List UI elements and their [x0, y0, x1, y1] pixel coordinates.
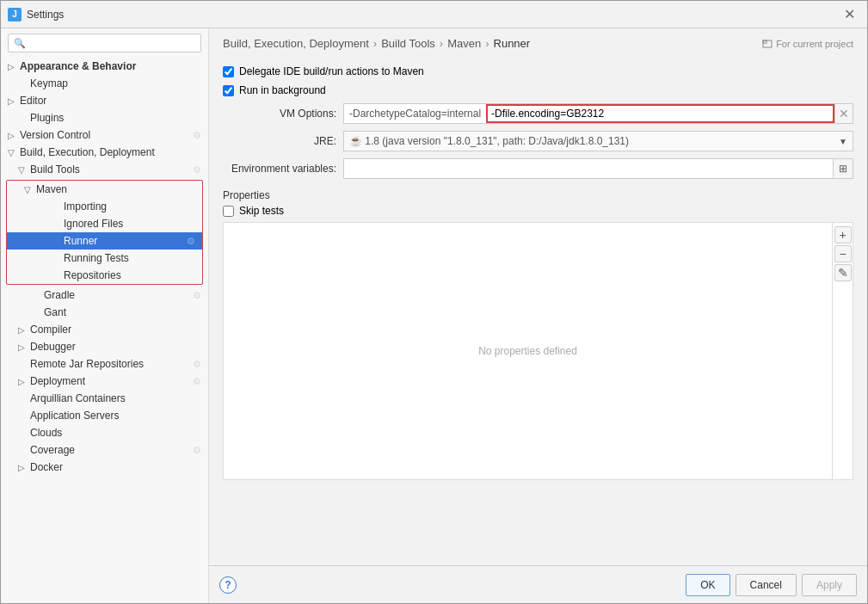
- expand-icon: ▷: [18, 377, 30, 386]
- run-in-background-checkbox[interactable]: [223, 85, 234, 96]
- sidebar-item-version-control[interactable]: ▷ Version Control ⚙: [1, 126, 208, 144]
- remove-property-button[interactable]: −: [834, 245, 852, 262]
- settings-window: J Settings ✕ 🔍 ▷ Appearance & Behavior K…: [0, 0, 868, 604]
- skip-tests-checkbox[interactable]: [223, 206, 234, 217]
- add-property-button[interactable]: +: [834, 226, 852, 243]
- spacer: [32, 308, 44, 317]
- ok-button[interactable]: OK: [686, 574, 729, 596]
- sidebar-label: Importing: [64, 200, 107, 213]
- sidebar-item-clouds[interactable]: Clouds: [1, 424, 208, 441]
- sidebar-label: Coverage: [30, 444, 75, 456]
- settings-content: Delegate IDE build/run actions to Maven …: [209, 57, 867, 565]
- delegate-checkbox-row: Delegate IDE build/run actions to Maven: [223, 65, 853, 77]
- vm-options-row: VM Options: -DarchetypeCatalog=internal …: [223, 103, 853, 124]
- search-input[interactable]: [29, 37, 195, 49]
- sidebar-item-ignored-files[interactable]: Ignored Files: [7, 215, 202, 232]
- expand-icon: ▷: [8, 62, 20, 71]
- env-vars-row: Environment variables: ⊞: [223, 158, 853, 179]
- search-icon: 🔍: [14, 38, 26, 49]
- sidebar-item-build-execution[interactable]: ▽ Build, Execution, Deployment: [1, 144, 208, 161]
- sidebar-item-editor[interactable]: ▷ Editor: [1, 92, 208, 109]
- vm-options-clear-button[interactable]: ✕: [834, 104, 853, 123]
- sidebar-item-build-tools[interactable]: ▽ Build Tools ⚙: [1, 161, 208, 178]
- env-vars-container: ⊞: [343, 158, 853, 179]
- sidebar-item-maven[interactable]: ▽ Maven: [7, 181, 202, 198]
- window-title: Settings: [27, 9, 839, 21]
- jre-value: ☕ 1.8 (java version "1.8.0_131", path: D…: [349, 135, 629, 147]
- breadcrumb-sep: ›: [485, 37, 489, 50]
- properties-toolbar: + − ✎: [832, 223, 853, 479]
- sidebar-label: Arquillian Containers: [30, 392, 126, 404]
- gear-icon: ⚙: [193, 376, 201, 387]
- sidebar: 🔍 ▷ Appearance & Behavior Keymap ▷ Edito…: [1, 28, 209, 603]
- breadcrumb: Build, Execution, Deployment › Build Too…: [209, 28, 867, 57]
- env-vars-label: Environment variables:: [223, 163, 343, 175]
- env-vars-input[interactable]: [344, 163, 833, 175]
- vm-options-right-container: [486, 104, 834, 123]
- vm-options-left-value: -DarchetypeCatalog=internal: [344, 108, 486, 120]
- sidebar-item-repositories[interactable]: Repositories: [7, 267, 202, 284]
- sidebar-item-running-tests[interactable]: Running Tests: [7, 250, 202, 267]
- expand-icon: ▽: [8, 148, 20, 157]
- sidebar-label: Running Tests: [64, 252, 129, 264]
- sidebar-label: Maven: [36, 183, 67, 195]
- delegate-checkbox[interactable]: [223, 66, 234, 77]
- expand-icon: ▷: [18, 463, 30, 472]
- jre-row: JRE: ☕ 1.8 (java version "1.8.0_131", pa…: [223, 131, 853, 151]
- sidebar-item-importing[interactable]: Importing: [7, 198, 202, 215]
- sidebar-item-remote-jar[interactable]: Remote Jar Repositories ⚙: [1, 355, 208, 373]
- sidebar-label: Ignored Files: [64, 218, 123, 230]
- run-in-background-label[interactable]: Run in background: [239, 84, 326, 96]
- skip-tests-label[interactable]: Skip tests: [239, 205, 284, 217]
- skip-tests-row: Skip tests: [223, 205, 853, 217]
- sidebar-item-arquillian[interactable]: Arquillian Containers: [1, 390, 208, 407]
- env-vars-browse-button[interactable]: ⊞: [833, 159, 853, 178]
- expand-icon: ▽: [24, 185, 36, 194]
- sidebar-item-plugins[interactable]: Plugins: [1, 109, 208, 126]
- sidebar-item-runner[interactable]: Runner ⚙: [7, 232, 202, 250]
- for-current-project: For current project: [762, 39, 853, 49]
- sidebar-item-gradle[interactable]: Gradle ⚙: [1, 287, 208, 304]
- expand-icon: ▷: [18, 342, 30, 352]
- cancel-button[interactable]: Cancel: [736, 574, 797, 596]
- jre-label: JRE:: [223, 135, 343, 147]
- run-in-background-row: Run in background: [223, 84, 853, 96]
- sidebar-label: Docker: [30, 461, 63, 473]
- sidebar-label: Repositories: [64, 269, 121, 281]
- sidebar-item-keymap[interactable]: Keymap: [1, 75, 208, 92]
- sidebar-item-coverage[interactable]: Coverage ⚙: [1, 441, 208, 459]
- sidebar-item-compiler[interactable]: ▷ Compiler: [1, 321, 208, 338]
- sidebar-item-docker[interactable]: ▷ Docker: [1, 459, 208, 476]
- sidebar-item-deployment[interactable]: ▷ Deployment ⚙: [1, 373, 208, 390]
- sidebar-item-appearance[interactable]: ▷ Appearance & Behavior: [1, 58, 208, 75]
- sidebar-item-debugger[interactable]: ▷ Debugger: [1, 338, 208, 355]
- breadcrumb-part1: Build, Execution, Deployment: [223, 37, 369, 50]
- sidebar-label: Remote Jar Repositories: [30, 358, 144, 370]
- gear-icon: ⚙: [193, 359, 201, 370]
- breadcrumb-sep: ›: [440, 37, 443, 50]
- vm-options-label: VM Options:: [223, 108, 343, 120]
- properties-empty-message: No properties defined: [224, 223, 832, 479]
- breadcrumb-sep: ›: [373, 37, 377, 50]
- spacer: [18, 446, 30, 455]
- edit-property-button[interactable]: ✎: [834, 264, 852, 281]
- sidebar-item-app-servers[interactable]: Application Servers: [1, 407, 208, 424]
- sidebar-label: Clouds: [30, 427, 62, 439]
- close-button[interactable]: ✕: [839, 6, 860, 23]
- spacer: [52, 219, 64, 229]
- delegate-label[interactable]: Delegate IDE build/run actions to Maven: [239, 65, 424, 77]
- vm-options-right-input[interactable]: [488, 108, 833, 120]
- sidebar-label: Runner: [64, 235, 97, 247]
- sidebar-item-gant[interactable]: Gant: [1, 304, 208, 321]
- sidebar-label: Keymap: [30, 77, 68, 89]
- jre-dropdown[interactable]: ☕ 1.8 (java version "1.8.0_131", path: D…: [343, 131, 853, 151]
- gear-icon: ⚙: [193, 290, 201, 301]
- sidebar-label: Application Servers: [30, 410, 119, 422]
- spacer: [18, 411, 30, 421]
- sidebar-label: Debugger: [30, 341, 76, 353]
- search-box[interactable]: 🔍: [8, 34, 201, 52]
- expand-icon: ▽: [18, 165, 30, 175]
- apply-button[interactable]: Apply: [802, 574, 857, 596]
- expand-icon: ▷: [18, 325, 30, 335]
- help-button[interactable]: ?: [219, 576, 237, 594]
